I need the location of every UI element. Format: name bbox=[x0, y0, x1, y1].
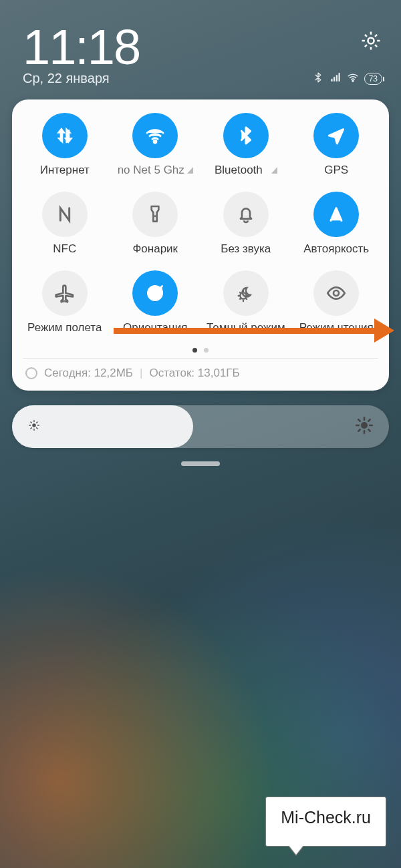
svg-line-23 bbox=[368, 429, 370, 431]
tile-label: Без звука bbox=[221, 242, 271, 256]
nfc-icon bbox=[42, 192, 88, 237]
bluetooth-icon bbox=[223, 113, 269, 158]
wifi-icon bbox=[132, 113, 178, 158]
tile-label: no Net 5 Ghz bbox=[118, 164, 193, 177]
tile-dark-mode[interactable]: Темный режим bbox=[203, 270, 289, 335]
airplane-icon bbox=[42, 270, 88, 316]
svg-point-0 bbox=[368, 37, 374, 43]
tile-label: GPS bbox=[324, 164, 348, 177]
svg-line-24 bbox=[358, 429, 360, 431]
svg-line-15 bbox=[31, 428, 31, 429]
rotation-lock-icon bbox=[132, 270, 178, 316]
bluetooth-status-icon bbox=[312, 71, 324, 86]
tile-nfc[interactable]: NFC bbox=[21, 192, 108, 256]
svg-point-2 bbox=[154, 140, 156, 143]
dot bbox=[204, 348, 209, 353]
wifi-status-icon bbox=[347, 71, 359, 86]
usage-circle-icon bbox=[25, 367, 37, 379]
svg-line-14 bbox=[37, 428, 37, 429]
usage-remaining: Остаток: 13,01ГБ bbox=[149, 367, 239, 380]
tile-label: Темный режим bbox=[207, 321, 285, 335]
letter-a-icon bbox=[313, 192, 359, 237]
data-arrows-icon bbox=[42, 113, 88, 158]
tile-label: Ориентация bbox=[123, 321, 188, 335]
gear-icon[interactable] bbox=[360, 29, 382, 52]
usage-today: Сегодня: 12,2МБ bbox=[44, 367, 133, 380]
flashlight-icon bbox=[132, 192, 178, 237]
tile-wifi[interactable]: no Net 5 Ghz bbox=[112, 113, 199, 177]
tile-mute[interactable]: Без звука bbox=[203, 192, 289, 256]
cellular-signal-icon bbox=[329, 71, 342, 86]
quick-settings-panel: Интернет no Net 5 Ghz Bluetooth bbox=[12, 99, 389, 391]
date-label: Ср, 22 января bbox=[23, 71, 110, 86]
dark-mode-icon bbox=[223, 270, 269, 316]
svg-point-7 bbox=[333, 290, 339, 296]
tile-label: Фонарик bbox=[132, 242, 178, 256]
tile-flashlight[interactable]: Фонарик bbox=[112, 192, 199, 256]
svg-line-13 bbox=[31, 422, 31, 423]
tile-label: Режим чтения bbox=[299, 321, 374, 335]
tile-label: NFC bbox=[53, 242, 76, 256]
tile-bluetooth[interactable]: Bluetooth bbox=[203, 113, 289, 177]
svg-point-8 bbox=[32, 423, 36, 427]
drag-handle[interactable] bbox=[181, 461, 220, 466]
watermark-bubble: Mi-Check.ru bbox=[265, 797, 386, 847]
brightness-slider[interactable] bbox=[12, 405, 389, 448]
tile-internet[interactable]: Интернет bbox=[21, 113, 108, 177]
page-indicator bbox=[21, 348, 380, 353]
tile-reading-mode[interactable]: Режим чтения bbox=[293, 270, 380, 335]
separator: | bbox=[140, 367, 142, 380]
tile-auto-brightness[interactable]: Автояркость bbox=[293, 192, 380, 256]
svg-point-1 bbox=[352, 80, 354, 81]
tile-airplane[interactable]: Режим полета bbox=[21, 270, 108, 335]
svg-line-25 bbox=[368, 419, 370, 421]
bell-icon bbox=[223, 192, 269, 237]
tile-label: Режим полета bbox=[27, 321, 102, 335]
tile-label: Интернет bbox=[40, 164, 90, 177]
svg-rect-5 bbox=[153, 293, 158, 296]
tile-label: Bluetooth bbox=[215, 164, 277, 177]
dot-active bbox=[192, 348, 197, 353]
nav-arrow-icon bbox=[313, 113, 359, 158]
chevron-down-icon bbox=[187, 167, 193, 174]
clock-time: 11:18 bbox=[23, 23, 140, 72]
tile-label: Автояркость bbox=[303, 242, 369, 256]
svg-line-22 bbox=[358, 419, 360, 421]
notification-header: 11:18 Ср, 22 января 73 bbox=[0, 0, 401, 91]
data-usage-row[interactable]: Сегодня: 12,2МБ | Остаток: 13,01ГБ bbox=[21, 359, 380, 384]
eye-icon bbox=[313, 270, 359, 316]
brightness-high-icon bbox=[354, 415, 374, 438]
chevron-down-icon bbox=[271, 167, 277, 174]
battery-indicator: 73 bbox=[364, 73, 382, 85]
tile-gps[interactable]: GPS bbox=[293, 113, 380, 177]
tiles-grid: Интернет no Net 5 Ghz Bluetooth bbox=[21, 113, 380, 335]
status-bar-icons: 73 bbox=[312, 71, 382, 86]
svg-point-17 bbox=[361, 422, 368, 429]
svg-line-16 bbox=[37, 422, 37, 423]
tile-orientation[interactable]: Ориентация bbox=[112, 270, 199, 335]
